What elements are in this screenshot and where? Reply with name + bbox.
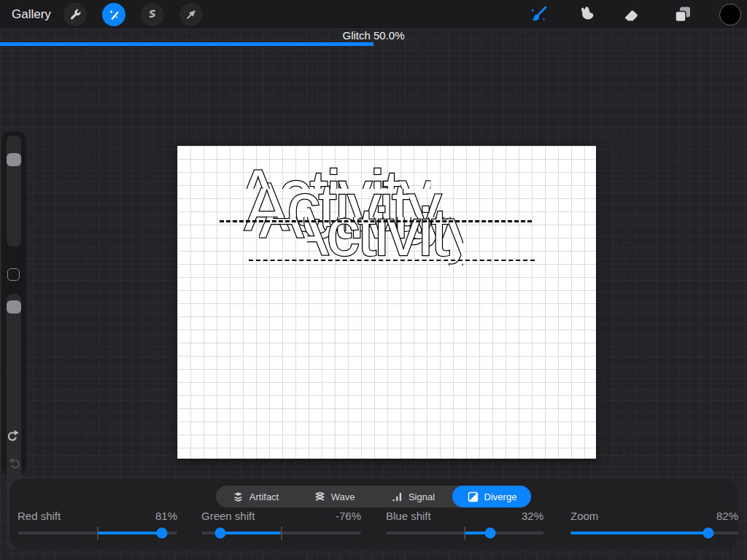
wave-icon bbox=[314, 491, 326, 503]
drawing-canvas[interactable]: Activity Activity Activity Activity bbox=[177, 146, 596, 459]
signal-bars-icon bbox=[391, 491, 403, 503]
glitch-text-echo-small: Activity bbox=[284, 198, 479, 265]
slider-thumb[interactable] bbox=[484, 528, 495, 539]
eraser-icon bbox=[622, 5, 640, 24]
canvas-glitch-text: Activity Activity Activity Activity bbox=[244, 174, 587, 283]
adjustment-progress-bar[interactable] bbox=[0, 42, 747, 46]
redo-button[interactable] bbox=[5, 455, 23, 472]
glitch-settings-panel: Artifact Wave Signal Diverge bbox=[9, 479, 738, 549]
slider-label: Green shift bbox=[201, 510, 255, 522]
slider-fill bbox=[570, 532, 708, 534]
mode-tab-signal[interactable]: Signal bbox=[374, 486, 452, 508]
slider-fill bbox=[220, 532, 281, 534]
top-toolbar: Gallery bbox=[0, 0, 747, 28]
slider-label: Zoom bbox=[570, 510, 598, 522]
glitch-scanline bbox=[220, 220, 532, 222]
transform-button[interactable] bbox=[179, 3, 203, 26]
mode-tab-label: Wave bbox=[331, 491, 355, 502]
slider-thumb[interactable] bbox=[157, 528, 168, 539]
slider-label: Red shift bbox=[18, 510, 61, 522]
adjustment-status-label: Glitch 50.0% bbox=[0, 29, 747, 42]
gallery-button[interactable]: Gallery bbox=[12, 0, 51, 28]
slider-track[interactable] bbox=[386, 532, 543, 534]
slider-value: -76% bbox=[336, 510, 361, 522]
slider-fill bbox=[98, 532, 163, 534]
slider-value: 81% bbox=[155, 510, 177, 522]
glitch-mode-segmented-control: Artifact Wave Signal Diverge bbox=[216, 486, 531, 508]
procreate-glitch-screen: Gallery bbox=[0, 0, 747, 560]
mode-tab-diverge[interactable]: Diverge bbox=[452, 486, 531, 508]
slider-label: Blue shift bbox=[386, 510, 431, 522]
layers-icon bbox=[673, 4, 693, 25]
slider-value: 82% bbox=[716, 510, 738, 522]
modify-button[interactable] bbox=[7, 268, 20, 281]
selection-s-icon bbox=[146, 8, 159, 21]
paintbrush-icon bbox=[528, 4, 549, 25]
diverge-split-icon bbox=[467, 491, 479, 503]
brush-size-handle[interactable] bbox=[7, 153, 21, 166]
slider-track[interactable] bbox=[570, 532, 738, 534]
actions-button[interactable] bbox=[63, 3, 87, 26]
artifact-stack-icon bbox=[232, 491, 244, 503]
slider-thumb[interactable] bbox=[215, 528, 226, 539]
red-shift-slider[interactable]: Red shift 81% bbox=[18, 510, 177, 534]
erase-tool-button[interactable] bbox=[619, 3, 643, 26]
magic-wand-icon bbox=[107, 8, 120, 21]
slider-track[interactable] bbox=[201, 532, 361, 534]
brush-size-slider[interactable] bbox=[7, 136, 21, 246]
blue-shift-slider[interactable]: Blue shift 32% bbox=[386, 510, 543, 534]
adjustment-progress-fill bbox=[0, 42, 374, 46]
selection-button[interactable] bbox=[141, 3, 164, 26]
slider-value: 32% bbox=[522, 510, 543, 522]
mode-tab-artifact[interactable]: Artifact bbox=[216, 486, 295, 508]
glitch-scanline bbox=[249, 260, 535, 261]
smudge-tool-button[interactable] bbox=[575, 3, 598, 26]
zoom-slider[interactable]: Zoom 82% bbox=[570, 510, 738, 534]
side-toolbar bbox=[1, 131, 26, 475]
slider-track[interactable] bbox=[18, 532, 177, 534]
wrench-icon bbox=[69, 8, 82, 21]
paint-tool-button[interactable] bbox=[527, 3, 550, 26]
mode-tab-label: Diverge bbox=[484, 491, 517, 502]
layers-button[interactable] bbox=[671, 3, 694, 26]
mode-tab-label: Artifact bbox=[249, 491, 279, 502]
active-color-swatch[interactable] bbox=[719, 4, 741, 26]
green-shift-slider[interactable]: Green shift -76% bbox=[201, 510, 361, 534]
adjustments-button[interactable] bbox=[102, 3, 125, 26]
slider-thumb[interactable] bbox=[703, 528, 713, 539]
smudge-finger-icon bbox=[577, 5, 596, 24]
mode-tab-wave[interactable]: Wave bbox=[295, 486, 374, 508]
mode-tab-label: Signal bbox=[409, 491, 435, 502]
undo-button[interactable] bbox=[5, 427, 23, 445]
transform-arrow-icon bbox=[185, 8, 198, 21]
opacity-handle[interactable] bbox=[7, 300, 21, 314]
